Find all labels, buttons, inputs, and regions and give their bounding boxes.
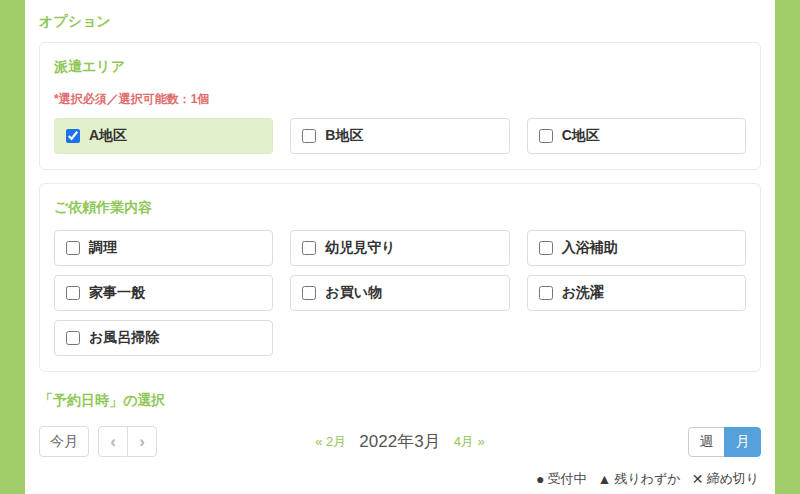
work-content-checkbox[interactable]	[302, 286, 316, 300]
legend-item: ▲残りわずか	[598, 470, 681, 488]
prev-month-link[interactable]: « 2月	[315, 433, 346, 451]
work-content-option[interactable]: お洗濯	[527, 275, 746, 311]
work-content-checkbox[interactable]	[66, 286, 80, 300]
month-arrow-group: ‹ ›	[98, 426, 157, 457]
work-content-option-label: お買い物	[325, 284, 382, 302]
work-content-option[interactable]: お風呂掃除	[54, 320, 273, 356]
dispatch-area-heading: 派遣エリア	[54, 58, 746, 76]
legend-label: 残りわずか	[614, 470, 680, 488]
week-view-button[interactable]: 週	[688, 427, 725, 457]
dispatch-area-option[interactable]: C地区	[527, 118, 746, 154]
dispatch-area-option-label: B地区	[325, 127, 363, 145]
legend-item: ●受付中	[536, 470, 586, 488]
legend-item: ✕締め切り	[692, 470, 759, 488]
month-view-button[interactable]: 月	[724, 427, 761, 457]
work-content-option-label: 調理	[89, 239, 117, 257]
next-month-link[interactable]: 4月 »	[454, 433, 485, 451]
few-left-triangle-icon: ▲	[598, 471, 612, 487]
work-content-checkbox[interactable]	[539, 241, 553, 255]
dispatch-area-options: A地区B地区C地区	[54, 118, 746, 154]
current-month-label: 2022年3月	[359, 430, 440, 453]
work-content-checkbox[interactable]	[66, 331, 80, 345]
work-content-option-label: 入浴補助	[562, 239, 618, 257]
calendar-nav: 今月 ‹ › « 2月 2022年3月 4月 » 週 月	[39, 426, 761, 457]
dispatch-area-option[interactable]: A地区	[54, 118, 273, 154]
dispatch-area-option-label: A地区	[89, 127, 127, 145]
available-circle-icon: ●	[536, 471, 544, 487]
work-content-option[interactable]: 幼児見守り	[290, 230, 509, 266]
work-content-checkbox[interactable]	[66, 241, 80, 255]
work-content-checkbox[interactable]	[539, 286, 553, 300]
work-content-heading: ご依頼作業内容	[54, 199, 746, 217]
next-month-arrow-button[interactable]: ›	[127, 426, 157, 457]
work-content-option-label: 家事一般	[89, 284, 145, 302]
calendar-legend: ●受付中▲残りわずか✕締め切り	[39, 470, 759, 488]
work-content-option-label: お風呂掃除	[89, 329, 159, 347]
work-content-option[interactable]: 入浴補助	[527, 230, 746, 266]
dispatch-area-checkbox[interactable]	[539, 129, 553, 143]
work-content-checkbox[interactable]	[302, 241, 316, 255]
month-navigation: « 2月 2022年3月 4月 »	[315, 430, 484, 453]
view-toggle: 週 月	[688, 427, 761, 457]
dispatch-area-required-note: *選択必須／選択可能数：1個	[54, 91, 746, 108]
prev-month-arrow-button[interactable]: ‹	[98, 426, 128, 457]
reservation-heading: 「予約日時」の選択	[39, 392, 761, 410]
closed-x-icon: ✕	[692, 471, 704, 487]
work-content-card: ご依頼作業内容 調理幼児見守り入浴補助家事一般お買い物お洗濯お風呂掃除	[39, 183, 761, 372]
page-content: オプション 派遣エリア *選択必須／選択可能数：1個 A地区B地区C地区 ご依頼…	[25, 0, 775, 494]
dispatch-area-checkbox[interactable]	[66, 129, 80, 143]
page-title: オプション	[39, 13, 761, 31]
dispatch-area-checkbox[interactable]	[302, 129, 316, 143]
legend-label: 締め切り	[706, 470, 759, 488]
work-content-option[interactable]: 家事一般	[54, 275, 273, 311]
this-month-button[interactable]: 今月	[39, 426, 89, 457]
legend-label: 受付中	[548, 470, 587, 488]
dispatch-area-option-label: C地区	[562, 127, 600, 145]
work-content-option-label: お洗濯	[562, 284, 604, 302]
work-content-option-label: 幼児見守り	[325, 239, 395, 257]
dispatch-area-card: 派遣エリア *選択必須／選択可能数：1個 A地区B地区C地区	[39, 42, 761, 170]
work-content-options: 調理幼児見守り入浴補助家事一般お買い物お洗濯お風呂掃除	[54, 230, 746, 356]
work-content-option[interactable]: お買い物	[290, 275, 509, 311]
dispatch-area-option[interactable]: B地区	[290, 118, 509, 154]
work-content-option[interactable]: 調理	[54, 230, 273, 266]
